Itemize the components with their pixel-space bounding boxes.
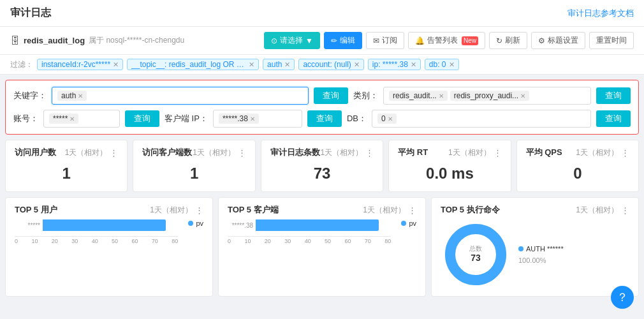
clock-icon: ⊙ bbox=[271, 36, 277, 45]
filter-tag-3[interactable]: account: (null) ✕ bbox=[298, 59, 363, 70]
keyword-chip-text: auth bbox=[61, 91, 76, 100]
metric-time: 1天（相对） bbox=[576, 147, 618, 158]
chart-card-0: TOP 5 用户 1天（相对） ⋮ ***** bbox=[5, 197, 213, 297]
filter-tag-3-close[interactable]: ✕ bbox=[354, 61, 360, 69]
bar-axis-tick: 50 bbox=[325, 238, 331, 244]
legend-dot bbox=[188, 221, 193, 226]
svg-text:73: 73 bbox=[471, 253, 481, 263]
metric-value: 0 bbox=[526, 162, 629, 185]
legend-label: pv bbox=[409, 219, 416, 227]
db-input[interactable]: 0 ✕ bbox=[372, 110, 591, 128]
bar-axis-tick: 70 bbox=[365, 238, 371, 244]
filter-tag-5[interactable]: db: 0 ✕ bbox=[425, 59, 459, 70]
filter-row: 过滤： instanceId:r-2vc***** ✕ __topic__: r… bbox=[0, 55, 644, 75]
filter-tag-2[interactable]: auth ✕ bbox=[263, 59, 295, 70]
chart-menu-icon[interactable]: ⋮ bbox=[195, 205, 203, 215]
legend-dot bbox=[401, 221, 406, 226]
float-help-button[interactable]: ？ bbox=[611, 286, 634, 309]
client-ip-input[interactable]: *****.38 ✕ bbox=[213, 110, 302, 128]
chart-card-2: TOP 5 执行命令 1天（相对） ⋮ 总数 73 AUTH bbox=[431, 197, 639, 297]
bar-chart: *****.38 01020304050607080 bbox=[228, 219, 391, 244]
metric-title: 平均 RT bbox=[398, 147, 428, 158]
svg-text:总数: 总数 bbox=[469, 245, 482, 252]
doc-link[interactable]: 审计日志参考文档 bbox=[567, 8, 634, 19]
category-chip-1: redis_proxy_audi... ✕ bbox=[450, 91, 529, 101]
account-chip-close[interactable]: ✕ bbox=[70, 115, 75, 122]
filter-tag-0-close[interactable]: ✕ bbox=[113, 61, 119, 69]
page-header: 审计日志 审计日志参考文档 bbox=[0, 0, 644, 27]
bar-axis-tick: 40 bbox=[92, 238, 98, 244]
bar-bg bbox=[43, 219, 178, 231]
metrics-row: 访问用户数 1天（相对） ⋮ 1 访问客户端数 1天（相对） ⋮ 1 审计日志条… bbox=[5, 140, 639, 192]
legend-item: pv bbox=[188, 219, 203, 227]
metric-menu-icon[interactable]: ⋮ bbox=[110, 148, 118, 158]
reset-time-button[interactable]: 重置时间 bbox=[589, 32, 634, 49]
metric-menu-icon[interactable]: ⋮ bbox=[238, 148, 246, 158]
category-chip-0-close[interactable]: ✕ bbox=[439, 93, 444, 100]
metric-card: 访问用户数 1天（相对） ⋮ 1 bbox=[5, 140, 128, 192]
metric-menu-icon[interactable]: ⋮ bbox=[621, 148, 629, 158]
bar-axis-tick: 80 bbox=[172, 238, 178, 244]
filter-tag-2-close[interactable]: ✕ bbox=[284, 61, 290, 69]
client-ip-chip-close[interactable]: ✕ bbox=[250, 115, 255, 122]
chart-title: TOP 5 执行命令 bbox=[441, 204, 500, 216]
account-input[interactable]: ***** ✕ bbox=[43, 110, 120, 128]
filter-tag-4[interactable]: ip: *****.38 ✕ bbox=[368, 59, 421, 70]
bar-label: ***** bbox=[15, 222, 40, 229]
chart-menu-icon[interactable]: ⋮ bbox=[408, 205, 416, 215]
bar-bg bbox=[256, 219, 391, 231]
donut-container: 总数 73 AUTH ****** 100.00% bbox=[441, 219, 629, 290]
chart-menu-icon[interactable]: ⋮ bbox=[621, 205, 629, 215]
metric-menu-icon[interactable]: ⋮ bbox=[494, 148, 502, 158]
label-setting-button[interactable]: ⚙ 标题设置 bbox=[531, 32, 585, 49]
db-chip-text: 0 bbox=[381, 114, 386, 123]
client-ip-query-button[interactable]: 查询 bbox=[307, 110, 342, 127]
bar-axis-tick: 0 bbox=[15, 238, 18, 244]
bar-axis-tick: 60 bbox=[131, 238, 138, 244]
chart-title: TOP 5 用户 bbox=[15, 204, 57, 216]
chevron-icon: ▼ bbox=[305, 36, 313, 45]
page-title: 审计日志 bbox=[10, 6, 51, 20]
keyword-query-button[interactable]: 查询 bbox=[314, 87, 348, 104]
select-button[interactable]: ⊙ 请选择 ▼ bbox=[264, 32, 320, 49]
refresh-button[interactable]: ↻ 刷新 bbox=[489, 32, 527, 49]
mail-icon: ✉ bbox=[373, 36, 379, 45]
filter-tag-1-close[interactable]: ✕ bbox=[249, 61, 254, 69]
bar-row: ***** bbox=[15, 219, 178, 231]
category-query-button[interactable]: 查询 bbox=[596, 87, 631, 104]
bar-fill bbox=[256, 219, 379, 231]
search-row-2: 账号： ***** ✕ 查询 客户端 IP： *****.38 ✕ 查询 DB：… bbox=[13, 110, 631, 128]
bar-axis-tick: 20 bbox=[265, 238, 271, 244]
subscribe-button[interactable]: ✉ 订阅 bbox=[366, 32, 404, 49]
search-row-1: 关键字： auth ✕ 查询 类别： redis_audit... ✕ redi… bbox=[13, 87, 631, 105]
bar-chart-area: ***** 01020304050607080 bbox=[15, 219, 203, 244]
bar-axis-tick: 80 bbox=[384, 238, 391, 244]
metric-card: 访问客户端数 1天（相对） ⋮ 1 bbox=[133, 140, 255, 192]
bar-axis-tick: 10 bbox=[244, 238, 251, 244]
db-chip-close[interactable]: ✕ bbox=[388, 115, 393, 122]
filter-tag-4-close[interactable]: ✕ bbox=[411, 61, 416, 69]
search-panel: 关键字： auth ✕ 查询 类别： redis_audit... ✕ redi… bbox=[5, 80, 639, 135]
chart-time: 1天（相对） bbox=[150, 205, 193, 216]
filter-tag-0[interactable]: instanceId:r-2vc***** ✕ bbox=[37, 59, 123, 70]
account-query-button[interactable]: 查询 bbox=[125, 110, 159, 127]
category-input[interactable]: redis_audit... ✕ redis_proxy_audi... ✕ bbox=[383, 87, 591, 105]
bar-axis-tick: 70 bbox=[152, 238, 158, 244]
metric-menu-icon[interactable]: ⋮ bbox=[365, 148, 374, 158]
chart-card-1: TOP 5 客户端 1天（相对） ⋮ *****.38 bbox=[218, 197, 426, 297]
db-icon: 🗄 bbox=[10, 35, 20, 46]
donut-chart: 总数 73 bbox=[441, 219, 511, 290]
keyword-input[interactable]: auth ✕ bbox=[52, 87, 309, 105]
category-chip-1-close[interactable]: ✕ bbox=[520, 93, 525, 100]
donut-legend: AUTH ****** 100.00% bbox=[518, 245, 564, 264]
keyword-chip-close[interactable]: ✕ bbox=[78, 93, 83, 100]
metric-header: 审计日志条数 1天（相对） ⋮ bbox=[270, 147, 374, 158]
filter-tag-5-close[interactable]: ✕ bbox=[449, 61, 455, 69]
metric-header: 平均 RT 1天（相对） ⋮ bbox=[398, 147, 501, 158]
alert-button[interactable]: 🔔 告警列表 New bbox=[408, 32, 485, 49]
edit-button[interactable]: ✏ 编辑 bbox=[324, 32, 362, 49]
db-query-button[interactable]: 查询 bbox=[596, 110, 631, 127]
account-chip: ***** ✕ bbox=[49, 114, 78, 124]
donut-percent: 100.00% bbox=[518, 256, 564, 264]
filter-tag-1[interactable]: __topic__: redis_audit_log OR __topic__:… bbox=[127, 59, 259, 70]
